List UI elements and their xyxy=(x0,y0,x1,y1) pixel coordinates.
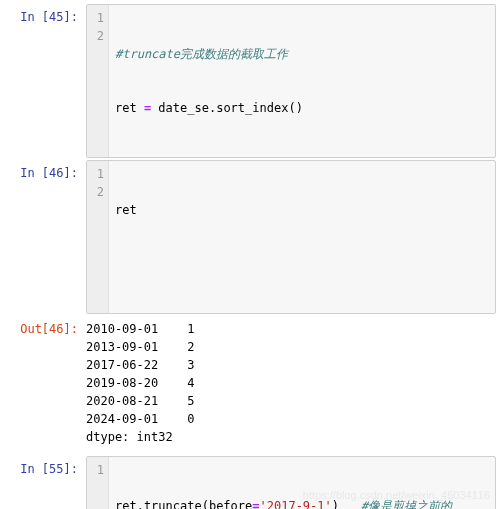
code[interactable]: ret xyxy=(109,161,495,313)
code-area[interactable]: 1 ret.truncate(before='2017-9-1') #像是剪掉之… xyxy=(86,456,496,509)
code-op: = xyxy=(252,499,259,509)
gutter: 1 2 xyxy=(87,161,109,313)
code-area[interactable]: 1 2 #truncate完成数据的截取工作 ret = date_se.sor… xyxy=(86,4,496,158)
code[interactable]: ret.truncate(before='2017-9-1') #像是剪掉之前的 xyxy=(109,457,495,509)
code-comment: #像是剪掉之前的 xyxy=(361,499,452,509)
code-text: ret xyxy=(115,101,144,115)
cell-in-45: In [45]: 1 2 #truncate完成数据的截取工作 ret = da… xyxy=(4,4,496,158)
output-text: 2010-09-01 1 2013-09-01 2 2017-06-22 3 2… xyxy=(86,316,496,454)
prompt-in: In [45]: xyxy=(4,4,86,26)
code-string: '2017-9-1' xyxy=(260,499,332,509)
gutter: 1 2 xyxy=(87,5,109,157)
prompt-out: Out[46]: xyxy=(4,316,86,338)
cell-in-46: In [46]: 1 2 ret xyxy=(4,160,496,314)
code-comment: #truncate完成数据的截取工作 xyxy=(115,47,288,61)
prompt-in: In [55]: xyxy=(4,456,86,478)
cell-in-55: In [55]: 1 ret.truncate(before='2017-9-1… xyxy=(4,456,496,509)
code-text: ret.truncate(before xyxy=(115,499,252,509)
code-text: date_se.sort_index() xyxy=(151,101,303,115)
cell-out-46: Out[46]: 2010-09-01 1 2013-09-01 2 2017-… xyxy=(4,316,496,454)
gutter: 1 xyxy=(87,457,109,509)
prompt-in: In [46]: xyxy=(4,160,86,182)
code-text: ret xyxy=(115,201,489,219)
code-area[interactable]: 1 2 ret xyxy=(86,160,496,314)
code[interactable]: #truncate完成数据的截取工作 ret = date_se.sort_in… xyxy=(109,5,495,157)
code-text: ) xyxy=(332,499,361,509)
code-text xyxy=(115,255,489,273)
